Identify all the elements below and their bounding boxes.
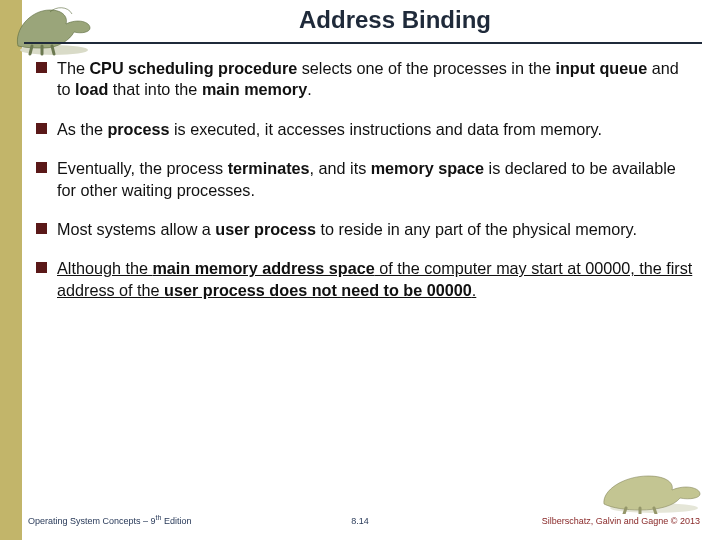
bullet-marker-icon bbox=[36, 262, 47, 273]
footer-copyright: Silberschatz, Galvin and Gagne © 2013 bbox=[542, 516, 700, 526]
bullet-marker-icon bbox=[36, 223, 47, 234]
bullet-text: The CPU scheduling procedure selects one… bbox=[57, 58, 694, 101]
slide-body: The CPU scheduling procedure selects one… bbox=[36, 58, 694, 319]
bullet-item: The CPU scheduling procedure selects one… bbox=[36, 58, 694, 101]
bullet-marker-icon bbox=[36, 162, 47, 173]
bullet-item: Although the main memory address space o… bbox=[36, 258, 694, 301]
bullet-item: Eventually, the process terminates, and … bbox=[36, 158, 694, 201]
bullet-item: Most systems allow a user process to res… bbox=[36, 219, 694, 240]
slide-title: Address Binding bbox=[100, 6, 690, 34]
bullet-text: Eventually, the process terminates, and … bbox=[57, 158, 694, 201]
title-underline bbox=[24, 42, 702, 44]
bullet-text: Most systems allow a user process to res… bbox=[57, 219, 637, 240]
bullet-marker-icon bbox=[36, 123, 47, 134]
bullet-item: As the process is executed, it accesses … bbox=[36, 119, 694, 140]
slide: Address Binding The CPU scheduling proce… bbox=[0, 0, 720, 540]
bullet-text: Although the main memory address space o… bbox=[57, 258, 694, 301]
dinosaur-icon bbox=[6, 0, 96, 56]
slide-sidebar-accent bbox=[0, 0, 22, 540]
bullet-marker-icon bbox=[36, 62, 47, 73]
dinosaur-icon bbox=[596, 468, 706, 514]
bullet-text: As the process is executed, it accesses … bbox=[57, 119, 602, 140]
